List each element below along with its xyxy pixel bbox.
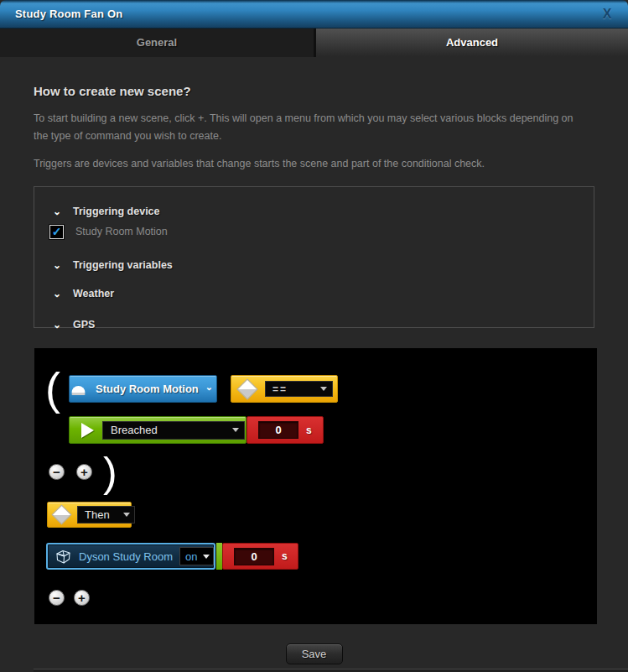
titlebar: Study Room Fan On X — [0, 0, 628, 28]
state-delay-unit: s — [306, 425, 312, 436]
device-checkbox-row: ✓ Study Room Motion — [49, 223, 594, 240]
trigger-device-block[interactable]: Study Room Motion ⌄ — [69, 375, 217, 403]
remove-condition-button[interactable]: − — [49, 464, 65, 480]
state-delay-input[interactable]: 0 — [258, 421, 298, 439]
device-cube-icon — [55, 549, 71, 565]
dropdown-arrow-icon — [232, 428, 239, 432]
save-button[interactable]: Save — [286, 643, 343, 664]
tab-advanced-label: Advanced — [446, 36, 498, 49]
scene-builder-canvas: ( Study Room Motion ⌄ == — [34, 348, 597, 624]
dialog-content: How to create new scene? To start buildi… — [0, 84, 628, 664]
motion-sensor-icon — [70, 383, 87, 396]
page-title: How to create new scene? — [34, 84, 594, 98]
close-paren: ) — [103, 448, 117, 497]
action-device-block[interactable]: Dyson Study Room on — [46, 543, 215, 570]
add-action-button[interactable]: + — [74, 590, 90, 606]
chevron-down-icon — [53, 320, 65, 329]
state-select[interactable]: Breached — [102, 421, 245, 440]
play-icon — [81, 423, 94, 438]
action-accent-stripe — [216, 543, 222, 570]
section-weather[interactable]: Weather — [53, 286, 594, 301]
open-paren: ( — [45, 362, 60, 414]
section-triggering-variables[interactable]: Triggering variables — [53, 258, 594, 273]
device-checkbox-label: Study Room Motion — [75, 226, 168, 237]
state-block: Breached — [69, 416, 247, 444]
window-title: Study Room Fan On — [0, 8, 122, 20]
section-label: GPS — [73, 319, 95, 331]
tab-general[interactable]: General — [0, 28, 316, 57]
check-icon: ✓ — [52, 226, 62, 237]
section-label: Triggering variables — [73, 259, 173, 271]
chevron-down-icon — [53, 261, 65, 269]
section-gps[interactable]: GPS — [53, 317, 594, 332]
then-select[interactable]: Then — [77, 506, 135, 524]
trigger-panel: Triggering device ✓ Study Room Motion Tr… — [34, 186, 594, 328]
section-label: Triggering device — [73, 206, 160, 217]
then-value: Then — [78, 508, 110, 521]
remove-action-button[interactable]: − — [49, 590, 65, 606]
chevron-down-icon: ⌄ — [205, 382, 213, 393]
tab-general-label: General — [137, 36, 177, 49]
section-label: Weather — [73, 288, 114, 300]
state-delay-block: 0 s — [247, 416, 324, 444]
action-state-select[interactable]: on — [179, 547, 214, 565]
trigger-device-label: Study Room Motion — [96, 383, 199, 395]
state-value: Breached — [103, 424, 158, 436]
action-state-value: on — [180, 550, 197, 563]
operator-value: == — [266, 383, 288, 395]
condition-diamond-icon — [51, 504, 71, 524]
then-block: Then — [47, 502, 132, 528]
condition-diamond-icon — [236, 378, 257, 399]
action-delay-unit: s — [282, 550, 288, 562]
operator-select[interactable]: == — [265, 381, 333, 397]
tab-bar: General Advanced — [0, 28, 628, 57]
intro-line-1: To start building a new scene, click +. … — [34, 110, 594, 128]
operator-block: == — [231, 375, 338, 403]
section-triggering-device[interactable]: Triggering device — [53, 204, 594, 219]
dialog-bottom-border — [34, 669, 628, 672]
intro-paragraph: To start building a new scene, click +. … — [34, 110, 594, 145]
action-device-label: Dyson Study Room — [79, 550, 173, 563]
intro-line-2: the type of command you wish to create. — [34, 128, 594, 145]
add-condition-button[interactable]: + — [76, 464, 92, 480]
dropdown-arrow-icon — [320, 387, 327, 391]
chevron-down-icon — [53, 207, 65, 216]
scene-dialog: Study Room Fan On X General Advanced How… — [0, 0, 628, 672]
action-delay-input[interactable]: 0 — [234, 548, 274, 565]
tab-advanced[interactable]: Advanced — [316, 28, 628, 57]
triggers-note: Triggers are devices and variables that … — [34, 155, 594, 173]
action-delay-block: 0 s — [222, 543, 298, 570]
dropdown-arrow-icon — [123, 513, 130, 517]
dropdown-arrow-icon — [203, 555, 210, 559]
device-checkbox[interactable]: ✓ — [49, 225, 64, 239]
chevron-down-icon — [53, 289, 65, 298]
close-icon[interactable]: X — [598, 5, 616, 23]
